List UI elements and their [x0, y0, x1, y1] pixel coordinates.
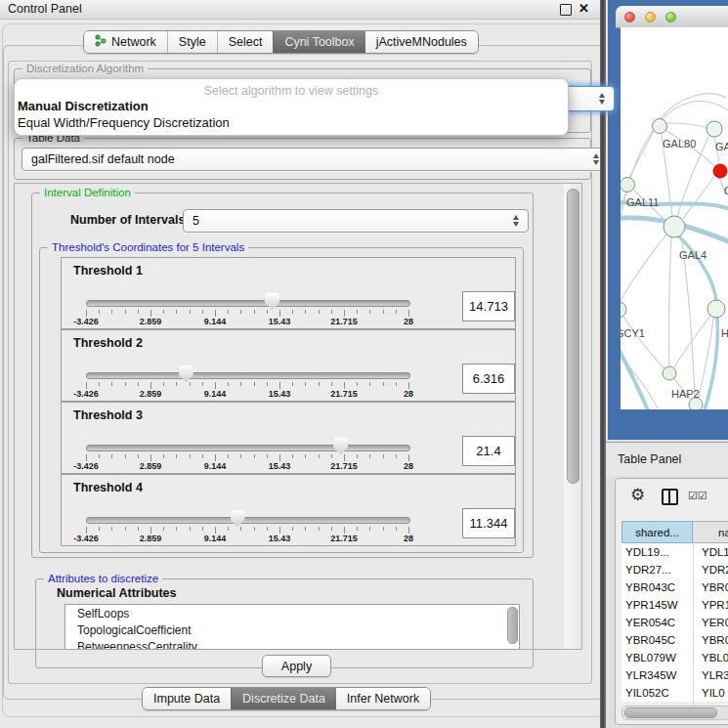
- minimize-window-icon[interactable]: [645, 12, 656, 22]
- tick-mark: [383, 454, 384, 458]
- tick-label: 21.715: [330, 534, 358, 543]
- network-node[interactable]: [707, 300, 725, 318]
- zoom-window-icon[interactable]: [665, 12, 676, 22]
- tick-mark: [86, 454, 87, 461]
- tick-mark: [86, 382, 87, 389]
- control-panel-window: Control Panel ✕ NetworkStyleSelectCyni T…: [0, 0, 606, 728]
- threshold-value-field[interactable]: 14.713: [462, 291, 515, 321]
- float-panel-icon[interactable]: [560, 4, 572, 16]
- network-node[interactable]: [664, 216, 685, 237]
- slider-thumb[interactable]: [179, 365, 193, 382]
- scrollbar-thumb[interactable]: [567, 189, 579, 484]
- list-scrollbar-thumb[interactable]: [507, 607, 518, 644]
- network-node[interactable]: [653, 119, 667, 134]
- threshold-panel-2: Threshold 2-3.4262.8599.14415.4321.71528…: [61, 329, 516, 402]
- settings-scrollbar[interactable]: [564, 183, 582, 650]
- list-item[interactable]: TopologicalCoefficient: [65, 621, 519, 638]
- cell-shared-name: YDL19...: [621, 546, 693, 558]
- tick-mark: [163, 454, 164, 458]
- threshold-label: Threshold 4: [73, 481, 143, 494]
- table-data-combobox[interactable]: galFiltered.sif default node: [21, 148, 609, 171]
- table-row[interactable]: YLR345WYLR3: [621, 666, 728, 684]
- tick-label: 9.144: [204, 534, 227, 543]
- node-label: GAL11: [626, 196, 659, 208]
- tab-network[interactable]: Network: [84, 31, 167, 53]
- slider-thumb[interactable]: [333, 438, 348, 454]
- table-settings-gear-icon[interactable]: ⚙: [630, 487, 645, 503]
- tick-mark: [305, 527, 306, 531]
- tick-mark: [357, 527, 358, 531]
- column-layout-icon[interactable]: [662, 489, 678, 505]
- table-row[interactable]: YDL19...YDL1: [621, 543, 728, 561]
- select-columns-icon[interactable]: ☑☑: [688, 490, 707, 502]
- number-of-intervals-value: 5: [193, 214, 199, 228]
- table-row[interactable]: YDR27...YDR2: [621, 561, 728, 578]
- cell-shared-name: YLR345W: [621, 669, 693, 681]
- network-node[interactable]: [621, 302, 626, 318]
- tick-mark: [254, 527, 255, 531]
- tab-impute-data[interactable]: Impute Data: [143, 688, 231, 709]
- threshold-label: Threshold 3: [73, 408, 143, 422]
- threshold-value-field[interactable]: 21.4: [462, 436, 515, 466]
- tick-mark: [125, 382, 126, 386]
- tick-mark: [202, 310, 203, 314]
- tick-mark: [279, 382, 280, 389]
- slider-track[interactable]: [86, 445, 410, 451]
- table-row[interactable]: YBR045CYBR0: [621, 631, 728, 649]
- tab-select[interactable]: Select: [217, 31, 274, 53]
- table-horizontal-scrollbar[interactable]: [621, 706, 728, 720]
- table-row[interactable]: YIL052CYIL0: [621, 684, 728, 702]
- tab-label: Style: [179, 35, 206, 49]
- table-header-row: shared...name: [621, 521, 728, 543]
- close-window-icon[interactable]: [624, 12, 635, 22]
- tick-mark: [292, 454, 293, 458]
- table-row[interactable]: YBL079WYBL0: [621, 649, 728, 666]
- tick-mark: [138, 382, 139, 386]
- dropdown-item[interactable]: Manual Discretization: [15, 98, 568, 114]
- network-node[interactable]: [713, 164, 727, 178]
- number-of-intervals-combobox[interactable]: 5: [183, 209, 529, 233]
- threshold-value-field[interactable]: 11.344: [462, 508, 515, 538]
- column-header-1[interactable]: shared...: [621, 521, 693, 543]
- list-item[interactable]: SelfLoops: [65, 605, 519, 621]
- tab-label: Cyni Toolbox: [284, 35, 354, 49]
- table-row[interactable]: YER054CYER0: [621, 614, 728, 631]
- tick-mark: [408, 454, 409, 461]
- tick-mark: [125, 454, 126, 458]
- apply-button[interactable]: Apply: [262, 655, 331, 677]
- dropdown-item[interactable]: Equal Width/Frequency Discretization: [15, 114, 568, 131]
- tab-label: Select: [229, 35, 263, 49]
- number-of-intervals-label: Number of Intervals: [70, 213, 185, 227]
- threshold-value-field[interactable]: 6.316: [462, 364, 515, 394]
- slider-track[interactable]: [86, 372, 410, 379]
- tab-infer-network[interactable]: Infer Network: [336, 688, 430, 709]
- list-item[interactable]: BetweennessCentrality: [65, 638, 519, 650]
- network-node[interactable]: [663, 366, 676, 380]
- tick-mark: [292, 310, 293, 314]
- tab-discretize-data[interactable]: Discretize Data: [231, 688, 336, 709]
- algorithm-group-title: Discretization Algorithm: [22, 63, 148, 74]
- tick-mark: [305, 310, 306, 314]
- tick-mark: [408, 382, 409, 389]
- table-row[interactable]: YBR043CYBR0: [621, 578, 728, 596]
- tab-style[interactable]: Style: [167, 31, 217, 53]
- network-node[interactable]: [707, 121, 722, 137]
- tab-label: jActiveMNodules: [376, 35, 467, 49]
- table-row[interactable]: YPR145WYPR1: [621, 596, 728, 614]
- network-node[interactable]: [621, 178, 635, 193]
- numerical-attributes-list[interactable]: SelfLoopsTopologicalCoefficientBetweenne…: [64, 604, 520, 650]
- cell-name: YDL1: [693, 546, 728, 558]
- slider-track[interactable]: [86, 300, 410, 307]
- slider-thumb[interactable]: [265, 293, 279, 310]
- network-canvas[interactable]: GAL80GACGAL11GAL4GCY1HHAP2: [621, 27, 728, 409]
- slider-thumb[interactable]: [231, 510, 245, 527]
- scrollbar-thumb[interactable]: [624, 707, 717, 718]
- tick-mark: [357, 454, 358, 458]
- close-panel-icon[interactable]: ✕: [578, 1, 589, 16]
- cell-shared-name: YPR145W: [621, 599, 693, 611]
- slider-track[interactable]: [86, 517, 410, 524]
- tab-cyni-toolbox[interactable]: Cyni Toolbox: [273, 31, 364, 53]
- node-label: C: [724, 185, 728, 196]
- tab-jactivemnodules[interactable]: jActiveMNodules: [365, 31, 478, 53]
- column-header-2[interactable]: name: [693, 521, 728, 543]
